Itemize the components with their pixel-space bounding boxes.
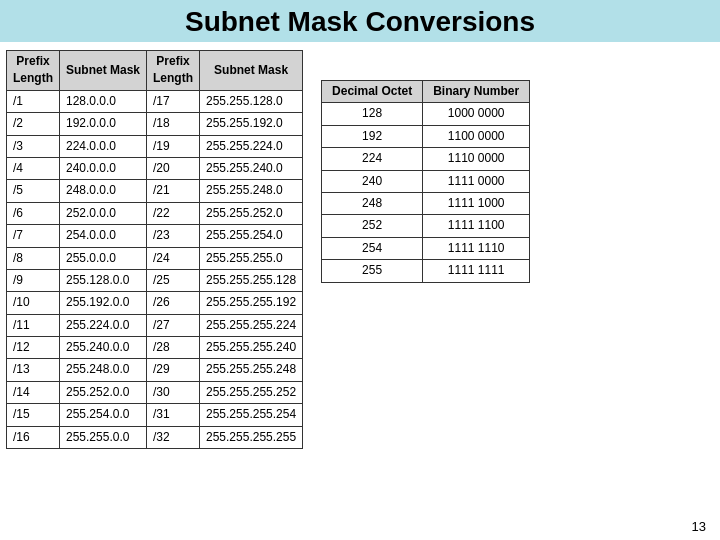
table-row: /10	[7, 292, 60, 314]
binary-cell: 1111 1100	[423, 215, 530, 237]
decimal-cell: 240	[322, 170, 423, 192]
table-row: /16	[7, 426, 60, 448]
binary-cell: 1111 0000	[423, 170, 530, 192]
small-table: Decimal Octet Binary Number 128 1000 000…	[321, 80, 530, 283]
table-row: 128.0.0.0	[60, 90, 147, 112]
table-row: /17	[147, 90, 200, 112]
table-row: /7	[7, 225, 60, 247]
decimal-cell: 192	[322, 125, 423, 147]
table-row: /32	[147, 426, 200, 448]
table-row: /18	[147, 113, 200, 135]
table-row: /9	[7, 269, 60, 291]
table-row: 255.255.255.254	[200, 404, 303, 426]
binary-cell: 1111 1111	[423, 260, 530, 282]
table-row: /5	[7, 180, 60, 202]
binary-cell: 1100 0000	[423, 125, 530, 147]
table-row: 255.255.255.0	[200, 247, 303, 269]
table-row: /20	[147, 157, 200, 179]
table-row: 255.255.224.0	[200, 135, 303, 157]
table-row: /4	[7, 157, 60, 179]
table-row: /11	[7, 314, 60, 336]
table-row: /27	[147, 314, 200, 336]
table-row: /29	[147, 359, 200, 381]
table-row: 255.255.255.248	[200, 359, 303, 381]
binary-cell: 1111 1110	[423, 237, 530, 259]
table-row: /12	[7, 337, 60, 359]
table-row: 255.255.255.240	[200, 337, 303, 359]
table-row: /21	[147, 180, 200, 202]
table-row: /2	[7, 113, 60, 135]
table-row: /3	[7, 135, 60, 157]
table-row: 255.252.0.0	[60, 381, 147, 403]
table-row: 255.255.240.0	[200, 157, 303, 179]
decimal-cell: 248	[322, 192, 423, 214]
table-row: 255.255.128.0	[200, 90, 303, 112]
table-row: 255.192.0.0	[60, 292, 147, 314]
table-row: /26	[147, 292, 200, 314]
table-row: 255.255.0.0	[60, 426, 147, 448]
table-row: 255.255.255.252	[200, 381, 303, 403]
decimal-cell: 128	[322, 103, 423, 125]
table-row: 224.0.0.0	[60, 135, 147, 157]
table-row: 255.255.255.192	[200, 292, 303, 314]
table-row: 255.255.252.0	[200, 202, 303, 224]
binary-cell: 1110 0000	[423, 148, 530, 170]
table-row: /8	[7, 247, 60, 269]
binary-cell: 1000 0000	[423, 103, 530, 125]
table-row: 255.128.0.0	[60, 269, 147, 291]
binary-cell: 1111 1000	[423, 192, 530, 214]
right-col1-header: PrefixLength	[147, 51, 200, 91]
table-row: /25	[147, 269, 200, 291]
table-row: /24	[147, 247, 200, 269]
table-row: /30	[147, 381, 200, 403]
table-row: /19	[147, 135, 200, 157]
title-bar: Subnet Mask Conversions	[0, 0, 720, 42]
table-row: 254.0.0.0	[60, 225, 147, 247]
table-row: /13	[7, 359, 60, 381]
table-row: /1	[7, 90, 60, 112]
table-row: /31	[147, 404, 200, 426]
left-table: PrefixLength Subnet Mask PrefixLength Su…	[6, 50, 303, 449]
decimal-cell: 224	[322, 148, 423, 170]
left-col1-header: PrefixLength	[7, 51, 60, 91]
table-row: 192.0.0.0	[60, 113, 147, 135]
table-row: 255.254.0.0	[60, 404, 147, 426]
table-row: /22	[147, 202, 200, 224]
left-col2-header: Subnet Mask	[60, 51, 147, 91]
table-row: 248.0.0.0	[60, 180, 147, 202]
table-row: /15	[7, 404, 60, 426]
page-number: 13	[692, 519, 706, 534]
small-table-section: Decimal Octet Binary Number 128 1000 000…	[321, 50, 530, 449]
table-row: 255.255.248.0	[200, 180, 303, 202]
decimal-cell: 254	[322, 237, 423, 259]
table-row: 255.0.0.0	[60, 247, 147, 269]
table-row: 252.0.0.0	[60, 202, 147, 224]
table-row: 255.255.255.224	[200, 314, 303, 336]
table-row: 255.248.0.0	[60, 359, 147, 381]
small-col2-header: Binary Number	[423, 81, 530, 103]
table-row: 255.255.192.0	[200, 113, 303, 135]
table-row: 255.255.255.128	[200, 269, 303, 291]
right-col2-header: Subnet Mask	[200, 51, 303, 91]
small-col1-header: Decimal Octet	[322, 81, 423, 103]
decimal-cell: 252	[322, 215, 423, 237]
table-row: /6	[7, 202, 60, 224]
table-row: /14	[7, 381, 60, 403]
table-row: 255.255.255.255	[200, 426, 303, 448]
table-row: 255.240.0.0	[60, 337, 147, 359]
table-row: 255.224.0.0	[60, 314, 147, 336]
table-row: 240.0.0.0	[60, 157, 147, 179]
table-row: 255.255.254.0	[200, 225, 303, 247]
table-row: /28	[147, 337, 200, 359]
table-row: /23	[147, 225, 200, 247]
decimal-cell: 255	[322, 260, 423, 282]
page-title: Subnet Mask Conversions	[0, 6, 720, 38]
